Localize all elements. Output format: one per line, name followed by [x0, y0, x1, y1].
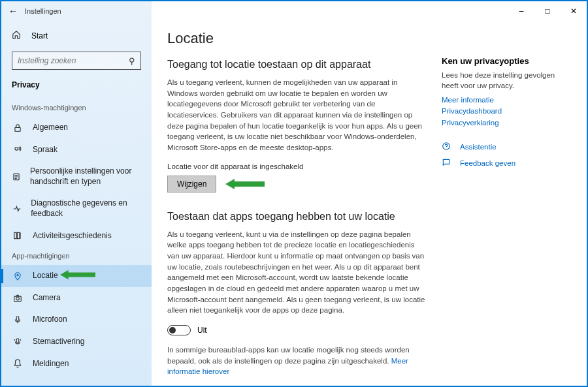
feedback-link[interactable]: Feedback geven: [442, 158, 566, 169]
feedback-label: Feedback geven: [460, 159, 515, 167]
svg-point-8: [16, 297, 20, 300]
back-button[interactable]: ←: [1, 6, 25, 16]
section-description: Als u toegang verleent, kunt u via de in…: [167, 229, 426, 316]
sidebar-item-algemeen[interactable]: Algemeen: [1, 117, 152, 139]
sidebar-item-handschrift[interactable]: Persoonlijke instellingen voor handschri…: [1, 161, 152, 193]
svg-marker-11: [225, 179, 265, 189]
location-icon: [12, 271, 24, 281]
svg-point-1: [15, 147, 18, 151]
help-label: Assistentie: [460, 143, 497, 151]
location-apps-toggle[interactable]: [167, 325, 191, 335]
speech-icon: [12, 145, 24, 154]
help-icon: [442, 142, 453, 153]
page-title: Locatie: [167, 30, 426, 47]
sidebar-item-label: Camera: [33, 293, 61, 303]
ink-icon: [12, 172, 21, 181]
link-privacydashboard[interactable]: Privacydashboard: [442, 106, 566, 117]
mic-icon: [12, 315, 24, 324]
sidebar-item-label: Locatie: [33, 271, 58, 281]
section-heading: Toegang tot locatie toestaan op dit appa…: [167, 59, 426, 70]
section-description: Als u toegang verleent, kunnen de mogeli…: [167, 77, 426, 153]
home-label: Start: [31, 31, 48, 40]
camera-icon: [12, 294, 24, 303]
svg-marker-6: [60, 270, 95, 279]
maximize-button[interactable]: □: [534, 1, 561, 21]
group-header-apps: App-machtigingen: [1, 247, 152, 265]
sidebar-item-label: Activiteitsgeschiedenis: [33, 231, 112, 241]
sidebar-item-spraak[interactable]: Spraak: [1, 139, 152, 161]
side-panel: Ken uw privacyopties Lees hoe deze inste…: [442, 30, 566, 375]
link-privacyverklaring[interactable]: Privacyverklaring: [442, 117, 566, 129]
home-button[interactable]: Start: [1, 25, 152, 46]
side-heading: Ken uw privacyopties: [442, 56, 566, 66]
sidebar-item-activiteit[interactable]: Activiteitsgeschiedenis: [1, 225, 152, 247]
search-icon: ⚲: [129, 56, 135, 66]
minimize-button[interactable]: –: [508, 1, 534, 21]
sidebar-item-label: Spraak: [33, 145, 57, 155]
sidebar-item-label: Meldingen: [33, 359, 69, 369]
svg-rect-9: [16, 317, 19, 320]
side-subtext: Lees hoe deze instelling gevolgen heeft …: [442, 70, 566, 91]
search-input[interactable]: [18, 56, 129, 65]
breadcrumb: Privacy: [1, 76, 152, 99]
diag-icon: [12, 204, 22, 213]
sidebar-item-label: Microfoon: [33, 315, 67, 325]
sidebar-item-label: Diagnostische gegevens en feedback: [31, 198, 141, 219]
location-status: Locatie voor dit apparaat is ingeschakel…: [167, 163, 426, 170]
sidebar-item-label: Algemeen: [33, 123, 68, 133]
feedback-icon: [442, 158, 453, 169]
voice-icon: [12, 337, 24, 347]
toggle-label: Uit: [197, 326, 207, 335]
close-button[interactable]: ✕: [561, 1, 587, 21]
annotation-arrow: [60, 269, 95, 283]
svg-point-12: [443, 143, 450, 150]
sidebar-item-label: Persoonlijke instellingen voor handschri…: [30, 166, 141, 187]
content-area: Locatie Toegang tot locatie toestaan op …: [152, 1, 587, 386]
sidebar-item-diagnostiek[interactable]: Diagnostische gegevens en feedback: [1, 193, 152, 224]
link-meer-informatie[interactable]: Meer informatie: [442, 95, 566, 106]
group-header-windows: Windows-machtigingen: [1, 99, 152, 117]
section-heading: Toestaan dat apps toegang hebben tot uw …: [167, 211, 426, 223]
annotation-arrow: [225, 178, 265, 191]
svg-rect-4: [17, 233, 20, 239]
svg-rect-0: [15, 127, 20, 131]
sidebar-item-microfoon[interactable]: Microfoon: [1, 309, 152, 331]
sidebar-item-locatie[interactable]: Locatie: [1, 265, 152, 287]
assistentie-link[interactable]: Assistentie: [442, 142, 566, 153]
sidebar-item-camera[interactable]: Camera: [1, 287, 152, 309]
sidebar-item-label: Stemactivering: [33, 337, 84, 347]
lock-icon: [12, 123, 24, 132]
svg-rect-10: [16, 338, 19, 342]
desktop-apps-note: In sommige bureaublad-apps kan uw locati…: [167, 345, 426, 377]
activity-icon: [12, 231, 24, 240]
svg-point-5: [17, 275, 18, 276]
change-button[interactable]: Wijzigen: [167, 176, 216, 193]
search-input-container[interactable]: ⚲: [12, 52, 141, 70]
notif-icon: [12, 359, 24, 368]
svg-rect-3: [14, 233, 17, 239]
home-icon: [12, 30, 25, 41]
sidebar-item-stemactivering[interactable]: Stemactivering: [1, 331, 152, 353]
sidebar: Start ⚲ Privacy Windows-machtigingen Alg…: [1, 1, 152, 386]
window-title: Instellingen: [25, 7, 61, 15]
sidebar-item-meldingen[interactable]: Meldingen: [1, 353, 152, 375]
